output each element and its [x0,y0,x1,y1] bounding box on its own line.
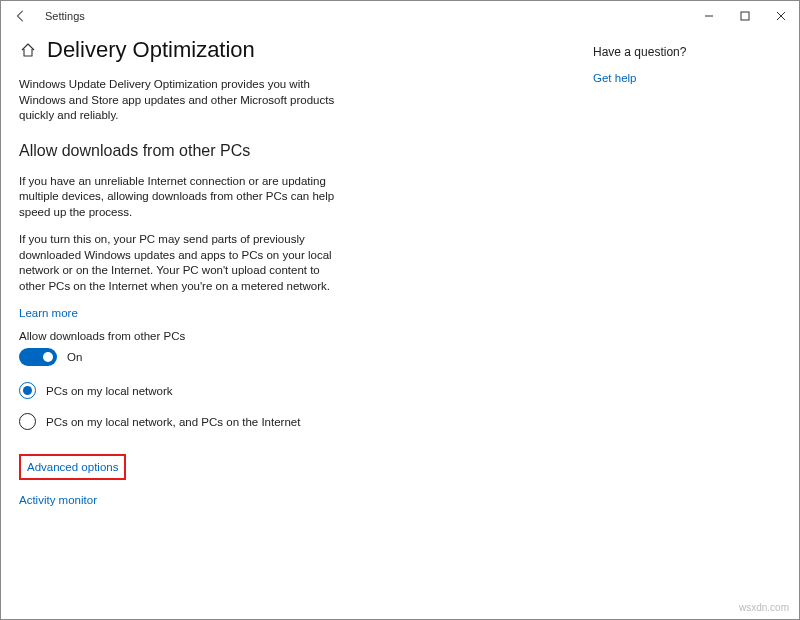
minimize-button[interactable] [691,1,727,31]
watermark: wsxdn.com [739,602,789,613]
section-para-2: If you turn this on, your PC may send pa… [19,232,349,294]
get-help-link[interactable]: Get help [593,72,636,84]
radio-option-local[interactable]: PCs on my local network [19,382,549,399]
titlebar: Settings [1,1,799,31]
back-button[interactable] [11,6,31,26]
side-panel: Have a question? Get help [593,37,773,507]
allow-downloads-toggle[interactable] [19,348,57,366]
svg-rect-1 [741,12,749,20]
home-icon[interactable] [19,41,37,59]
section-para-1: If you have an unreliable Internet conne… [19,174,349,221]
radio-label: PCs on my local network [46,385,173,397]
highlight-annotation: Advanced options [19,454,126,480]
close-button[interactable] [763,1,799,31]
section-title: Allow downloads from other PCs [19,142,549,160]
radio-option-internet[interactable]: PCs on my local network, and PCs on the … [19,413,549,430]
main-content: Delivery Optimization Windows Update Del… [19,37,549,507]
learn-more-link[interactable]: Learn more [19,307,78,319]
page-title: Delivery Optimization [47,37,255,63]
maximize-button[interactable] [727,1,763,31]
page-description: Windows Update Delivery Optimization pro… [19,77,339,124]
toggle-knob [43,352,53,362]
window-title: Settings [45,10,85,22]
radio-label: PCs on my local network, and PCs on the … [46,416,300,428]
window-controls [691,1,799,31]
radio-button-icon [19,382,36,399]
advanced-options-link[interactable]: Advanced options [27,461,118,473]
activity-monitor-link[interactable]: Activity monitor [19,494,97,506]
side-question: Have a question? [593,45,773,59]
toggle-state: On [67,351,82,363]
radio-button-icon [19,413,36,430]
toggle-label: Allow downloads from other PCs [19,330,549,342]
